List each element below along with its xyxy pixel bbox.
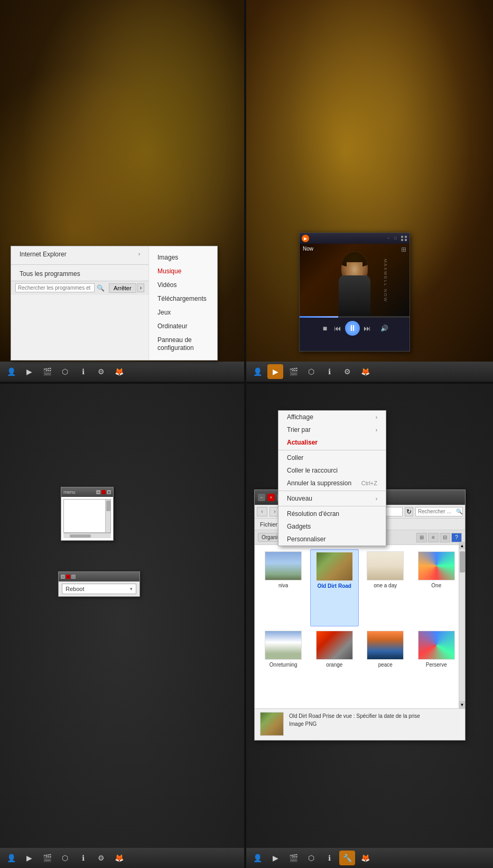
ctx-actualiser[interactable]: Actualiser: [278, 436, 386, 449]
ctx-personnaliser-label: Personnaliser: [287, 535, 325, 543]
ctx-affichage-label: Affichage: [287, 413, 313, 421]
menu-dialog-max[interactable]: ×: [107, 490, 111, 494]
sm-ordinateur[interactable]: Ordinateur: [149, 319, 217, 333]
menu-dialog-minimize[interactable]: −: [96, 490, 100, 494]
sm-jeux[interactable]: Jeux: [149, 306, 217, 319]
taskbar-btn-share-tl[interactable]: ⬡: [57, 364, 73, 379]
quadrant-top-right: ▶ − □ Now ⊞: [246, 0, 493, 384]
taskbar-btn-info-bl[interactable]: ℹ: [75, 851, 91, 865]
taskbar-btn-user-tl[interactable]: 👤: [3, 364, 19, 379]
mp-next-button[interactable]: ⏭: [362, 323, 373, 334]
mp-stop-button[interactable]: ■: [320, 323, 330, 334]
sm-telechargements[interactable]: Téléchargements: [149, 292, 217, 306]
start-menu-item-ie[interactable]: Internet Explorer ›: [11, 246, 148, 262]
taskbar-btn-play-tl[interactable]: ▶: [21, 364, 37, 379]
fe-view-details[interactable]: ⊞: [416, 533, 427, 542]
ctx-coller[interactable]: Coller: [278, 451, 386, 464]
taskbar-btn-firefox-bl[interactable]: 🦊: [111, 851, 127, 865]
fe-view-list[interactable]: ≡: [428, 533, 439, 542]
taskbar-btn-video-tr[interactable]: 🎬: [285, 364, 301, 379]
menu-dialog-listbox[interactable]: [63, 499, 111, 533]
taskbar-btn-video-br[interactable]: 🎬: [285, 851, 301, 865]
taskbar-btn-info-tr[interactable]: ℹ: [321, 364, 337, 379]
reboot-dropdown[interactable]: Reboot ▾: [62, 584, 136, 594]
ctx-affichage[interactable]: Affichage ›: [278, 411, 386, 423]
menu-dialog-scrollbar[interactable]: [105, 500, 110, 532]
taskbar-btn-play-bl[interactable]: ▶: [21, 851, 37, 865]
fe-minimize-button[interactable]: −: [258, 494, 265, 501]
reboot-titlebar: − × □: [59, 572, 139, 581]
taskbar-btn-share-bl[interactable]: ⬡: [57, 851, 73, 865]
fe-file-one-a-day[interactable]: one a day: [361, 549, 410, 626]
taskbar-btn-user-br[interactable]: 👤: [249, 851, 265, 865]
mp-volume-button[interactable]: 🔊: [379, 323, 389, 334]
fe-file-old-dirt-road[interactable]: Old Dirt Road: [310, 549, 359, 626]
mp-minimize-button[interactable]: −: [387, 236, 393, 241]
arreter-arrow-button[interactable]: ›: [137, 283, 144, 292]
menu-dialog-close[interactable]: □: [101, 490, 106, 494]
reboot-close[interactable]: ×: [66, 575, 70, 579]
taskbar-btn-firefox-tr[interactable]: 🦊: [357, 364, 373, 379]
fe-search-input[interactable]: [418, 509, 455, 514]
fe-file-niva[interactable]: niva: [259, 549, 308, 626]
fe-file-onreturning[interactable]: Onreturning: [259, 629, 308, 705]
mp-grid-button[interactable]: [401, 236, 407, 241]
taskbar-btn-share-tr[interactable]: ⬡: [303, 364, 319, 379]
reboot-max[interactable]: □: [71, 575, 76, 579]
sm-videos[interactable]: Vidéos: [149, 278, 217, 292]
ctx-coller-raccourci[interactable]: Coller le raccourci: [278, 464, 386, 477]
reboot-minimize[interactable]: −: [61, 575, 65, 579]
taskbar-btn-play-tr[interactable]: ▶: [267, 364, 283, 379]
menu-dialog-hscroll[interactable]: [63, 533, 111, 538]
taskbar-btn-settings-br[interactable]: 🔧: [339, 851, 355, 865]
ctx-trier-par[interactable]: Trier par ›: [278, 423, 386, 436]
taskbar-btn-info-tl[interactable]: ℹ: [75, 364, 91, 379]
mp-maximize-button[interactable]: □: [394, 236, 399, 241]
fe-file-orange[interactable]: orange: [310, 629, 359, 705]
ctx-nouveau[interactable]: Nouveau ›: [278, 492, 386, 505]
fe-menu-fichier[interactable]: Fichier: [258, 520, 280, 529]
play-icon-bl: ▶: [26, 854, 32, 862]
menu-dialog-hthumb: [70, 534, 91, 538]
taskbar-btn-video-tl[interactable]: 🎬: [39, 364, 55, 379]
firefox-icon-br: 🦊: [361, 854, 370, 862]
arreter-button[interactable]: Arrêter: [109, 283, 136, 293]
mp-prev-button[interactable]: ⏮: [332, 323, 343, 334]
play-icon-br: ▶: [273, 854, 278, 862]
taskbar-btn-share-br[interactable]: ⬡: [303, 851, 319, 865]
sm-images[interactable]: Images: [149, 251, 217, 264]
fe-back-button[interactable]: ‹: [257, 507, 267, 516]
start-menu-all-programs[interactable]: Tous les programmes: [11, 267, 148, 281]
taskbar-btn-user-bl[interactable]: 👤: [3, 851, 19, 865]
fe-scroll-down[interactable]: ▼: [459, 701, 465, 708]
ctx-annuler[interactable]: Annuler la suppression Ctrl+Z: [278, 477, 386, 490]
taskbar-btn-play-br[interactable]: ▶: [267, 851, 283, 865]
ctx-resolution[interactable]: Résolution d'écran: [278, 507, 386, 520]
fe-file-perserve[interactable]: Perserve: [412, 629, 461, 705]
media-progress-track[interactable]: [300, 316, 410, 318]
video-icon: 🎬: [43, 367, 52, 376]
ctx-personnaliser[interactable]: Personnaliser: [278, 533, 386, 546]
fe-file-peace[interactable]: peace: [361, 629, 410, 705]
fe-view-large[interactable]: ⊟: [440, 533, 450, 542]
mp-play-button[interactable]: ⏸: [345, 321, 360, 336]
fe-close-button[interactable]: ×: [267, 494, 275, 501]
taskbar-btn-firefox-tl[interactable]: 🦊: [111, 364, 127, 379]
taskbar-btn-video-bl[interactable]: 🎬: [39, 851, 55, 865]
taskbar-btn-settings-bl[interactable]: ⚙: [93, 851, 109, 865]
taskbar-btn-user-tr[interactable]: 👤: [249, 364, 265, 379]
fe-scroll-up[interactable]: ▲: [459, 542, 465, 549]
sm-musique[interactable]: Musique: [149, 264, 217, 278]
taskbar-btn-settings-tl[interactable]: ⚙: [93, 364, 109, 379]
start-menu-search-input[interactable]: [15, 283, 95, 292]
fe-help-button[interactable]: ?: [451, 533, 462, 542]
taskbar-btn-info-br[interactable]: ℹ: [321, 851, 337, 865]
ctx-gadgets[interactable]: Gadgets: [278, 520, 386, 533]
taskbar-btn-firefox-br[interactable]: 🦊: [357, 851, 373, 865]
fe-scrollbar[interactable]: ▲ ▼: [459, 542, 465, 708]
fe-refresh-button[interactable]: ↻: [405, 507, 413, 516]
sm-panneau[interactable]: Panneau de configuration: [149, 333, 217, 356]
fe-file-one[interactable]: One: [412, 549, 461, 626]
taskbar-btn-settings-tr[interactable]: ⚙: [339, 364, 355, 379]
settings-icon-bl: ⚙: [98, 854, 105, 862]
